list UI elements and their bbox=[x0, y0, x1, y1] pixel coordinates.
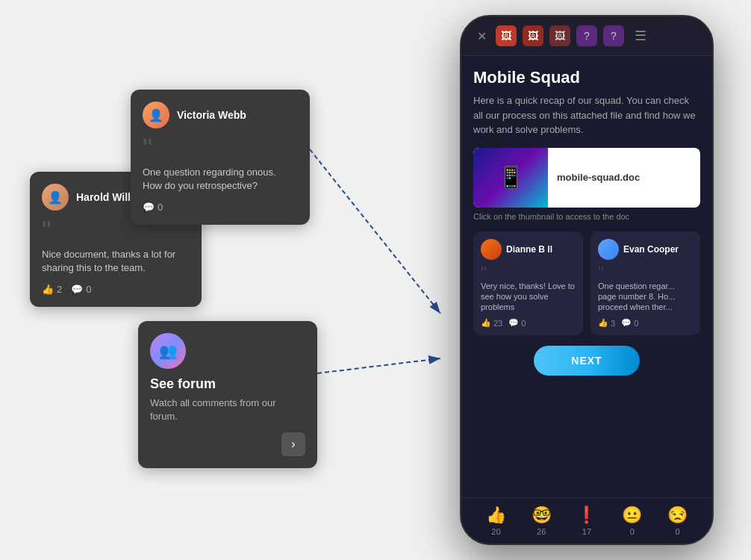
forum-title: See forum bbox=[150, 376, 305, 392]
dianne-text: Very nice, thanks! Love to see how you s… bbox=[481, 281, 576, 313]
attachment-thumbnail[interactable]: 📱 bbox=[473, 148, 548, 208]
victoria-card-header: 👤 Victoria Webb bbox=[143, 102, 298, 128]
thumb-count: 20 bbox=[491, 527, 500, 536]
thumb-icon: 👍 bbox=[481, 318, 491, 328]
harold-text: Nice document, thanks a lot for sharing … bbox=[42, 248, 190, 275]
dianne-comments: 💬 0 bbox=[508, 318, 526, 328]
topbar-btn-5[interactable]: ? bbox=[603, 25, 624, 46]
reaction-thumb[interactable]: 👍 20 bbox=[486, 505, 506, 536]
phone-reactions: 👍 20 🤓 26 ❗ 17 😐 0 😒 0 bbox=[461, 497, 712, 544]
dianne-name: Dianne B ll bbox=[506, 244, 552, 255]
phone-icon: 📱 bbox=[498, 165, 524, 190]
exclaim-emoji: ❗ bbox=[576, 505, 596, 525]
harold-avatar: 👤 bbox=[42, 184, 69, 211]
dianne-avatar bbox=[481, 239, 502, 260]
victoria-name: Victoria Webb bbox=[177, 109, 246, 121]
victoria-card: 👤 Victoria Webb " One question regarding… bbox=[131, 90, 310, 225]
reaction-unamused[interactable]: 😒 0 bbox=[667, 505, 688, 536]
comment-icon: 💬 bbox=[508, 318, 519, 328]
comment-evan: Evan Cooper " One question regar... page… bbox=[590, 231, 700, 336]
phone-content[interactable]: Mobile Squad Here is a quick recap of ou… bbox=[461, 56, 712, 497]
exclaim-count: 17 bbox=[582, 527, 591, 536]
comment-dianne: Dianne B ll " Very nice, thanks! Love to… bbox=[473, 231, 583, 336]
harold-likes: 👍 2 bbox=[42, 284, 62, 295]
attachment-name: mobile-squad.doc bbox=[557, 172, 640, 183]
evan-comments: 💬 0 bbox=[621, 318, 638, 328]
dianne-quote: " bbox=[481, 264, 576, 281]
phone: ✕ 🖼 🖼 🖼 ? ? ☰ Mobile Squad Here is a qui… bbox=[460, 15, 714, 545]
post-desc: Here is a quick recap of our squad. You … bbox=[473, 93, 700, 137]
victoria-actions: 💬 0 bbox=[143, 202, 298, 213]
victoria-comments: 💬 0 bbox=[143, 202, 163, 213]
dianne-likes: 👍 23 bbox=[481, 318, 502, 328]
evan-name: Evan Cooper bbox=[623, 244, 679, 255]
attachment-info: mobile-squad.doc bbox=[548, 148, 700, 208]
topbar-btn-1[interactable]: 🖼 bbox=[496, 25, 517, 46]
forum-avatar: 👥 bbox=[150, 333, 186, 369]
forum-card: 👥 See forum Watch all comments from our … bbox=[138, 321, 317, 468]
phone-wrapper: ✕ 🖼 🖼 🖼 ? ? ☰ Mobile Squad Here is a qui… bbox=[460, 15, 714, 545]
comment-icon: 💬 bbox=[621, 318, 632, 328]
arrow-victoria bbox=[310, 149, 440, 314]
dianne-header: Dianne B ll bbox=[481, 239, 576, 260]
dianne-actions: 👍 23 💬 0 bbox=[481, 318, 576, 328]
next-button[interactable]: NEXT bbox=[534, 346, 639, 376]
topbar-btn-3[interactable]: 🖼 bbox=[549, 25, 570, 46]
close-button[interactable]: ✕ bbox=[473, 28, 490, 44]
evan-likes: 👍 3 bbox=[598, 318, 615, 328]
unamused-count: 0 bbox=[676, 527, 680, 536]
forum-desc: Watch all comments from our forum. bbox=[150, 396, 305, 423]
topbar-btn-2[interactable]: 🖼 bbox=[523, 25, 543, 46]
victoria-avatar: 👤 bbox=[143, 102, 169, 128]
victoria-quote-mark: " bbox=[143, 136, 298, 163]
menu-button[interactable]: ☰ bbox=[630, 25, 651, 46]
unamused-emoji: 😒 bbox=[667, 505, 688, 525]
forum-arrow-area: › bbox=[150, 432, 305, 456]
attachment-caption: Click on the thumbnail to access to the … bbox=[473, 212, 700, 221]
victoria-text: One question regarding onous. How do you… bbox=[143, 166, 298, 193]
evan-header: Evan Cooper bbox=[598, 239, 693, 260]
arrow-forum bbox=[317, 358, 440, 373]
comments-row: Dianne B ll " Very nice, thanks! Love to… bbox=[473, 231, 700, 336]
post-title: Mobile Squad bbox=[473, 68, 700, 87]
reaction-exclaim[interactable]: ❗ 17 bbox=[576, 505, 596, 536]
evan-text: One question regar... page number 8. Ho.… bbox=[598, 281, 693, 313]
harold-comments: 💬 0 bbox=[71, 284, 91, 295]
topbar-btn-4[interactable]: ? bbox=[576, 25, 597, 46]
harold-actions: 👍 2 💬 0 bbox=[42, 284, 190, 295]
comment-icon: 💬 bbox=[71, 284, 83, 295]
neutral-count: 0 bbox=[630, 527, 635, 536]
evan-quote: " bbox=[598, 264, 693, 281]
attachment-card[interactable]: 📱 mobile-squad.doc bbox=[473, 148, 700, 208]
nerd-emoji: 🤓 bbox=[532, 505, 552, 525]
thumb-emoji: 👍 bbox=[486, 505, 506, 525]
reaction-neutral[interactable]: 😐 0 bbox=[622, 505, 642, 536]
thumb-icon: 👍 bbox=[42, 284, 54, 295]
evan-avatar bbox=[598, 239, 619, 260]
forum-arrow-button[interactable]: › bbox=[281, 432, 305, 456]
thumb-icon: 👍 bbox=[598, 318, 608, 328]
reaction-nerd[interactable]: 🤓 26 bbox=[532, 505, 552, 536]
comment-icon: 💬 bbox=[143, 202, 155, 213]
evan-actions: 👍 3 💬 0 bbox=[598, 318, 693, 328]
neutral-emoji: 😐 bbox=[622, 505, 642, 525]
nerd-count: 26 bbox=[537, 527, 546, 536]
phone-topbar: ✕ 🖼 🖼 🖼 ? ? ☰ bbox=[461, 16, 712, 56]
